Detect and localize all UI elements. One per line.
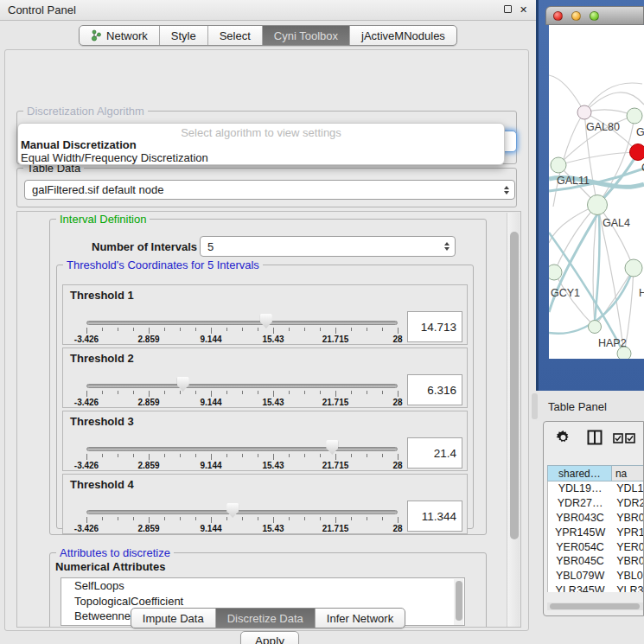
threshold-slider-thumb[interactable] (326, 440, 338, 455)
control-panel: Control Panel ✕ NetworkStyleSelectCyni T… (0, 0, 536, 644)
cell-shared-name: YDR27… (548, 497, 612, 509)
split-columns-icon[interactable] (587, 430, 603, 445)
scale-label: 28 (392, 524, 402, 533)
tab-label: Cyni Toolbox (274, 29, 338, 42)
apply-button[interactable]: Apply (240, 631, 299, 644)
tab-jactivemnodules[interactable]: jActiveMNodules (350, 26, 456, 45)
threshold-slider-thumb[interactable] (177, 377, 189, 392)
scale-label: 9.144 (200, 461, 221, 470)
network-node-label: GAL4 (603, 217, 630, 229)
tab-style[interactable]: Style (160, 26, 208, 45)
attribute-item[interactable]: SelfLoops (61, 578, 464, 594)
network-node-label: GCY1 (551, 287, 580, 299)
table-row[interactable]: YPR145WYPR1 (548, 525, 644, 539)
zoom-traffic-light-icon[interactable] (590, 11, 599, 21)
threshold-slider-track[interactable] (86, 384, 398, 388)
close-traffic-light-icon[interactable] (553, 11, 563, 21)
network-graph: GAL80GACGAL11GAL4GCY1HHAP2 (549, 25, 644, 359)
scale-label: 21.715 (322, 398, 349, 407)
cell-name: YLR3 (612, 584, 644, 592)
tab-network[interactable]: Network (80, 26, 160, 45)
cell-shared-name: YDL19… (548, 482, 612, 494)
checkbox-icon[interactable] (625, 433, 635, 443)
threshold-slider-thumb[interactable] (260, 314, 272, 328)
cell-shared-name: YER054C (548, 541, 612, 553)
network-edge (597, 205, 634, 268)
popup-item-manual-discretization[interactable]: Manual Discretization (21, 138, 137, 151)
network-node[interactable] (617, 347, 631, 359)
threshold-value-field[interactable]: 21.4 (407, 437, 462, 469)
thresholds-title: Threshold's Coordinates for 5 Intervals (63, 258, 263, 271)
attribute-item[interactable]: TopologicalCoefficient (61, 594, 464, 609)
scale-label: 21.715 (322, 524, 349, 533)
network-node[interactable] (625, 259, 642, 277)
tab-select[interactable]: Select (208, 26, 263, 45)
threshold-card-3: Threshold 3-3.4262.8599.14415.4321.71528… (62, 411, 468, 471)
scale-label: 2.859 (137, 398, 159, 407)
network-node[interactable] (549, 265, 562, 280)
network-node[interactable] (630, 144, 644, 161)
cell-name: YPR1 (612, 526, 644, 539)
tab-label: Infer Network (327, 612, 393, 625)
table-toolbar (544, 422, 643, 463)
minimize-traffic-light-icon[interactable] (571, 11, 581, 21)
float-window-icon[interactable] (504, 5, 512, 13)
scale-label: -3.426 (74, 461, 99, 470)
table-row[interactable]: YBR045CYBR0 (548, 554, 644, 569)
cell-shared-name: YBR043C (548, 512, 612, 524)
splitter-handle[interactable] (532, 393, 538, 419)
threshold-card-1: Threshold 1-3.4262.8599.14415.4321.71528… (62, 284, 468, 345)
slider-scale-labels: -3.4262.8599.14415.4321.71528 (86, 398, 398, 408)
table-row[interactable]: YDL19…YDL1 (548, 481, 644, 496)
scale-label: -3.426 (74, 398, 99, 407)
checkbox-icon[interactable] (613, 433, 623, 443)
network-node[interactable] (627, 108, 642, 124)
network-window-titlebar[interactable] (545, 6, 644, 25)
network-node[interactable] (577, 105, 591, 119)
table-row[interactable]: YBL079WYBL0 (548, 569, 644, 583)
table-row[interactable]: YLR345WYLR3 (548, 583, 644, 592)
scale-label: 21.715 (322, 335, 349, 344)
threshold-slider-track[interactable] (86, 510, 398, 514)
threshold-slider-track[interactable] (86, 447, 398, 451)
column-header-name[interactable]: na (612, 465, 644, 481)
popup-item-equal-width-frequency[interactable]: Equal Width/Frequency Discretization (21, 151, 208, 164)
scale-label: 9.144 (200, 524, 221, 533)
tab-label: Discretize Data (227, 612, 303, 625)
tab-cyni-toolbox[interactable]: Cyni Toolbox (263, 26, 350, 45)
bottom-tab-bar: Impute DataDiscretize DataInfer Network (0, 608, 536, 628)
threshold-label: Threshold 3 (70, 415, 134, 428)
scale-label: 28 (392, 461, 402, 470)
close-icon[interactable]: ✕ (520, 4, 527, 16)
table-row[interactable]: YER054CYER0 (548, 539, 644, 554)
tab-infer-network[interactable]: Infer Network (316, 609, 405, 628)
network-canvas[interactable]: GAL80GACGAL11GAL4GCY1HHAP2 (549, 25, 644, 359)
network-node[interactable] (588, 195, 608, 215)
vertical-scrollbar-thumb[interactable] (510, 232, 519, 539)
scale-label: 15.43 (262, 524, 284, 533)
number-of-intervals-combo[interactable]: 5 (200, 236, 456, 257)
vertical-scrollbar[interactable] (507, 213, 520, 628)
table-row[interactable]: YBR043CYBR0 (548, 511, 644, 526)
threshold-value-field[interactable]: 11.344 (407, 501, 462, 532)
network-node[interactable] (551, 157, 566, 173)
network-node[interactable] (589, 321, 602, 334)
tab-discretize-data[interactable]: Discretize Data (216, 609, 316, 628)
table-header-row: shared… na (547, 465, 644, 481)
table-data-combo[interactable]: galFiltered.sif default node (24, 180, 515, 200)
horizontal-scrollbar-thumb[interactable] (550, 603, 640, 609)
table-row[interactable]: YDR27…YDR2 (548, 496, 644, 511)
column-header-shared[interactable]: shared… (547, 465, 612, 481)
threshold-value-field[interactable]: 6.316 (407, 374, 462, 405)
threshold-value-field[interactable]: 14.713 (407, 311, 462, 342)
horizontal-scrollbar[interactable] (547, 603, 644, 610)
network-node-label: GAL80 (586, 121, 620, 133)
tab-impute-data[interactable]: Impute Data (131, 609, 216, 628)
number-of-intervals-value: 5 (207, 240, 214, 253)
threshold-slider-thumb[interactable] (226, 503, 239, 518)
number-of-intervals-label: Number of Intervals (92, 240, 197, 253)
scale-label: 15.43 (262, 335, 284, 344)
gear-icon[interactable] (556, 430, 571, 445)
threshold-slider-track[interactable] (86, 321, 398, 325)
stepper-icon (504, 181, 509, 199)
